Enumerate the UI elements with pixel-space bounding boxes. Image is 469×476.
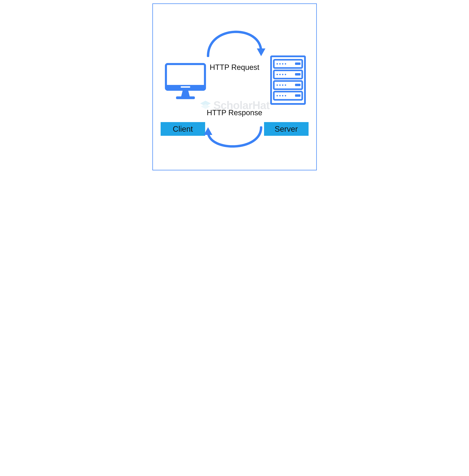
http-request-label: HTTP Request	[210, 63, 259, 72]
svg-point-28	[279, 95, 281, 96]
svg-point-23	[282, 84, 283, 86]
svg-point-11	[282, 63, 283, 65]
svg-marker-2	[201, 104, 210, 109]
svg-point-18	[285, 74, 286, 75]
svg-point-9	[277, 63, 278, 65]
svg-point-16	[279, 74, 281, 75]
diagram-frame: HTTP Request ScholarHat HTTP Response	[152, 3, 317, 170]
svg-point-17	[282, 74, 283, 75]
svg-point-29	[282, 95, 283, 96]
svg-point-12	[285, 63, 286, 65]
server-label: Server	[275, 124, 298, 133]
request-arrow-icon	[198, 13, 271, 58]
svg-rect-19	[295, 73, 301, 76]
svg-rect-6	[176, 96, 195, 99]
svg-marker-0	[257, 49, 265, 56]
svg-point-10	[279, 63, 281, 65]
svg-point-21	[277, 84, 278, 86]
monitor-icon	[165, 63, 206, 103]
http-response-label: HTTP Response	[207, 108, 262, 117]
svg-point-22	[279, 84, 281, 86]
svg-marker-32	[204, 127, 212, 135]
client-server-diagram: HTTP Request ScholarHat HTTP Response	[153, 4, 316, 170]
svg-point-24	[285, 84, 286, 86]
client-label: Client	[173, 124, 193, 133]
server-rack-icon	[270, 55, 306, 106]
response-arrow-icon	[198, 126, 271, 161]
svg-rect-25	[295, 84, 301, 86]
svg-rect-31	[295, 94, 301, 97]
svg-point-27	[277, 95, 278, 96]
svg-point-15	[277, 74, 278, 75]
svg-rect-5	[181, 86, 190, 88]
svg-point-30	[285, 95, 286, 96]
svg-rect-13	[295, 63, 301, 65]
